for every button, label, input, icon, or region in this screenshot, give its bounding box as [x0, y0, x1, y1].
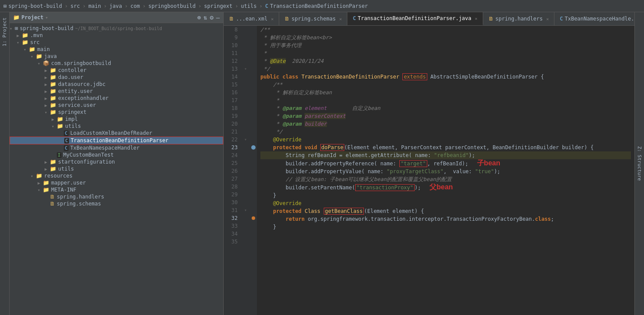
gutter-19	[241, 104, 250, 112]
tree-item-mvn[interactable]: ▶ 📁 .mvn	[10, 32, 223, 39]
tree-label-txhandler: TxBeanNamespaceHandler	[70, 145, 140, 151]
breadcrumb-com[interactable]: com	[131, 3, 140, 9]
tab-spring-handlers[interactable]: 🗎 spring.handlers ✕	[483, 12, 554, 25]
minimize-icon[interactable]: —	[216, 14, 220, 21]
class-icon-transactionparser: C	[64, 137, 69, 144]
tree-label-package: com.springbootbuild	[51, 60, 111, 66]
tree-label-dao-user: dao.user	[58, 74, 83, 80]
tab-tx-handler[interactable]: C TxBeanNamespaceHandle... ✕	[554, 12, 634, 25]
gutter-29	[241, 183, 250, 191]
breadcrumb-utils[interactable]: utils	[241, 3, 256, 9]
tab-label-tx-handler: TxBeanNamespaceHandle...	[564, 16, 634, 22]
tree-item-java[interactable]: ▾ 📁 java	[10, 53, 223, 60]
tree-item-main[interactable]: ▾ 📁 main	[10, 46, 223, 53]
tree-item-service-user[interactable]: ▶ 📁 service.user	[10, 102, 223, 109]
tree-item-exceptionhandler[interactable]: ▶ 📁 exceptionhandler	[10, 95, 223, 102]
ln-8: 8	[227, 26, 238, 34]
tree-item-transactionparser[interactable]: C TransactionBeanDefinitionParser	[10, 137, 223, 144]
tree-item-utils2[interactable]: ▶ 📁 utils	[10, 165, 223, 172]
bp-24	[250, 151, 257, 159]
tree-label-impl: impl	[65, 116, 78, 122]
tab-close-bean-xml[interactable]: ✕	[271, 17, 274, 21]
breadcrumb-project[interactable]: spring-boot-build	[8, 3, 62, 9]
tab-close-transaction-parser[interactable]: ✕	[475, 16, 478, 21]
tree-item-src[interactable]: ▾ 📁 src	[10, 39, 223, 46]
code-line-33: return org.springframework.transaction.i…	[260, 215, 631, 223]
collapse-icon[interactable]: ⇅	[204, 14, 207, 21]
bp-20	[250, 120, 257, 128]
project-header: 📁 Project ▾ ⊕ ⇅ ⚙ —	[10, 12, 223, 23]
tree-item-txhandler[interactable]: C TxBeanNamespaceHandler	[10, 144, 223, 151]
xml-icon-spring-handlers: 🗎	[50, 194, 55, 200]
tree-item-datasource-jdbc[interactable]: ▶ 📁 datasource.jdbc	[10, 81, 223, 88]
tab-transaction-parser[interactable]: C TransactionBeanDefinitionParser.java ✕	[347, 12, 483, 25]
code-line-29: }	[260, 192, 631, 199]
code-line-23: protected void doParse(Element element, …	[260, 144, 631, 151]
tree-item-root[interactable]: ▾ ⊞ spring-boot-build ~/IN_BOOT_Build/sp…	[10, 25, 223, 32]
bp-35	[250, 238, 257, 246]
tab-icon-spring-handlers: 🗎	[488, 16, 494, 22]
tab-label-bean-xml: ...ean.xml	[236, 16, 267, 22]
tab-label-spring-handlers: spring.handlers	[495, 16, 543, 22]
code-line-28: builder.setParentName("transactionProxy"…	[260, 183, 631, 192]
tab-close-spring-handlers[interactable]: ✕	[546, 17, 549, 21]
tree-item-dao-user[interactable]: ▶ 📁 dao.user	[10, 74, 223, 81]
breadcrumb-springbootbuild[interactable]: springbootbuild	[148, 3, 195, 9]
code-line-17: *	[260, 96, 631, 104]
breadcrumb-src[interactable]: src	[70, 3, 80, 9]
sidebar-toggle-panel[interactable]: 1: Project	[0, 12, 10, 315]
tree-item-startconfiguration[interactable]: ▶ 📁 startconfiguration	[10, 158, 223, 165]
code-lines-container[interactable]: /** * 解析自定义标签bean<br> * 用于事务代理 * * @Date…	[257, 26, 634, 315]
code-line-26: builder.addPropertyValue( name: "proxyTa…	[260, 168, 631, 175]
structure-label[interactable]: Z: Structure	[637, 146, 642, 181]
code-line-19: * @param parserContext	[260, 112, 631, 120]
tree-item-mapper-user[interactable]: ▶ 📁 mapper.user	[10, 179, 223, 186]
breadcrumb-main[interactable]: main	[88, 3, 101, 9]
ln-24: 24	[227, 151, 238, 159]
code-line-22: @Override	[260, 136, 631, 144]
ln-19: 19	[227, 112, 238, 120]
code-editor[interactable]: 8 9 10 11 12 13 14 15 16 17 18 19 20 21 …	[224, 26, 634, 315]
tree-item-metainf[interactable]: ▾ 📁 META-INF	[10, 186, 223, 193]
tree-label-src: src	[30, 39, 40, 45]
class-icon-txhandler: C	[64, 145, 69, 151]
tree-item-springext[interactable]: ▾ 📁 springext	[10, 109, 223, 116]
settings-icon[interactable]: ⚙	[210, 14, 213, 21]
tree-arrow-service-user: ▶	[45, 103, 50, 108]
parent-bean-label: 父bean	[429, 183, 453, 191]
folder-icon-metainf: 📁	[43, 187, 49, 193]
gutter-8	[241, 26, 250, 34]
folder-icon-main: 📁	[29, 46, 35, 52]
gutter-15	[241, 73, 250, 81]
bp-21	[250, 128, 257, 136]
tree-item-resources[interactable]: ▾ 📁 resources	[10, 172, 223, 179]
structure-panel[interactable]: Z: Structure	[634, 12, 644, 315]
tree-item-loadcustom[interactable]: C LoadCustomXmlBeanDefReader	[10, 130, 223, 137]
tree-item-spring-schemas[interactable]: 🗎 spring.schemas	[10, 200, 223, 207]
tree-item-contoller[interactable]: ▶ 📁 contoller	[10, 67, 223, 74]
tab-spring-schemas[interactable]: 🗎 spring.schemas ✕	[279, 12, 347, 25]
tree-item-utils[interactable]: ▾ 📁 utils	[10, 123, 223, 130]
bp-8	[250, 26, 257, 34]
folder-icon-datasource-jdbc: 📁	[50, 81, 56, 87]
tree-item-spring-handlers[interactable]: 🗎 spring.handlers	[10, 193, 223, 200]
tab-close-spring-schemas[interactable]: ✕	[339, 17, 342, 21]
bp-10	[250, 41, 257, 49]
tree-arrow-contoller: ▶	[45, 68, 50, 73]
project-toggle-label[interactable]: 1: Project	[1, 16, 8, 48]
tree-item-mycustombeantest[interactable]: I MyCustomBeanTest	[10, 151, 223, 158]
child-bean-label: 子bean	[477, 159, 500, 167]
sync-icon[interactable]: ⊕	[197, 14, 201, 21]
gutter-fold-14: ▾	[241, 65, 250, 73]
tree-label-mvn: .mvn	[30, 32, 43, 38]
tree-item-impl[interactable]: ▶ 📁 impl	[10, 116, 223, 123]
tree-item-package[interactable]: ▾ 📦 com.springbootbuild	[10, 60, 223, 67]
tab-bean-xml[interactable]: 🗎 ...ean.xml ✕	[224, 12, 279, 25]
project-dropdown-icon[interactable]: ▾	[45, 15, 48, 21]
tree-item-entity-user[interactable]: ▶ 📁 entity.user	[10, 88, 223, 95]
breadcrumb-java[interactable]: java	[109, 3, 122, 9]
ln-33: 33	[227, 222, 238, 230]
ln-18: 18	[227, 104, 238, 112]
tree-label-mycustombeantest: MyCustomBeanTest	[63, 152, 114, 158]
breadcrumb-springext[interactable]: springext	[204, 3, 232, 9]
